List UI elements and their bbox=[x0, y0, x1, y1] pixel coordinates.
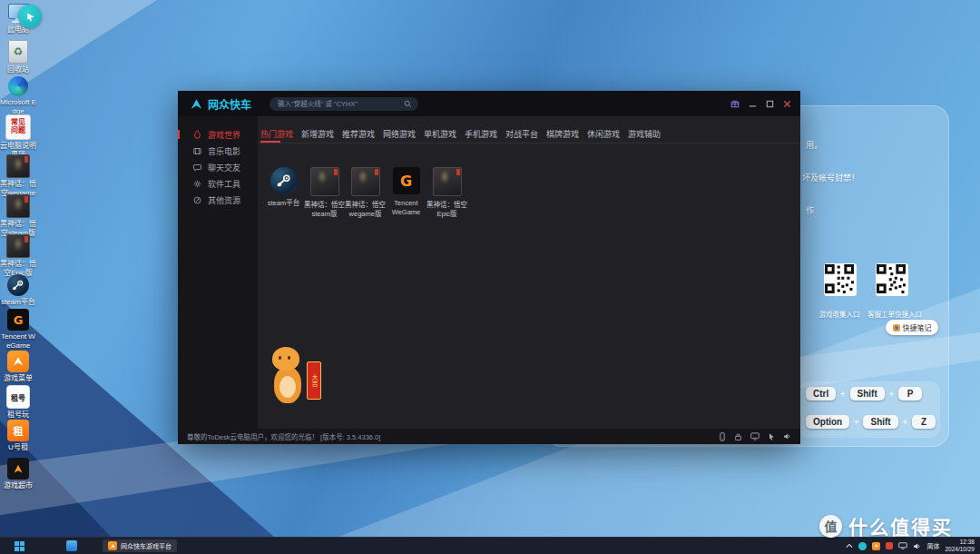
wegame-icon: G bbox=[7, 309, 29, 331]
window-controls bbox=[730, 99, 791, 108]
keycap: P bbox=[898, 387, 922, 401]
game-grid: steam平台 黑神话：悟空 steam版 黑神话：悟空 wegame版 G T… bbox=[263, 167, 467, 219]
sidebar-item-game-world[interactable]: 游戏世界 bbox=[178, 126, 258, 143]
tab-battle-platform[interactable]: 对战平台 bbox=[505, 128, 546, 140]
game-item-wukong-epic[interactable]: 黑神话：悟空 Epic版 bbox=[426, 167, 467, 219]
app-sidebar: 游戏世界 音乐电影 聊天交友 软件工具 其他资源 bbox=[178, 116, 258, 429]
tab-casual-games[interactable]: 休闲游戏 bbox=[587, 128, 628, 140]
statusbar-text: 尊敬的ToDesk云电脑用户，欢迎您的光临！ [版本号: 3.5.4336.0] bbox=[187, 431, 380, 441]
speaker-icon[interactable] bbox=[783, 432, 791, 440]
clock-date: 2024/10/29 bbox=[945, 546, 975, 553]
tab-online-games[interactable]: 网络游戏 bbox=[383, 128, 424, 140]
close-icon[interactable] bbox=[783, 100, 791, 108]
search-icon[interactable] bbox=[404, 100, 412, 108]
wangzhong-logo-icon bbox=[108, 541, 117, 550]
tab-game-assist[interactable]: 游戏辅助 bbox=[628, 128, 669, 140]
start-button[interactable] bbox=[15, 541, 24, 551]
desktop-icon-wegame[interactable]: G Tencent WeGame bbox=[0, 309, 36, 350]
steam-icon bbox=[7, 274, 29, 296]
shortcut-row-2: Option + Shift + Z bbox=[806, 415, 936, 429]
volume-icon[interactable] bbox=[913, 542, 921, 550]
keycap: Ctrl bbox=[806, 387, 836, 401]
black-myth-wukong-icon bbox=[310, 167, 339, 196]
black-myth-wukong-icon bbox=[6, 194, 30, 218]
flame-icon bbox=[193, 130, 201, 139]
desktop-icon-cloud-notice[interactable]: 常见 问题 云电脑说明事项 bbox=[0, 114, 36, 159]
game-item-wukong-steam[interactable]: 黑神话：悟空 steam版 bbox=[304, 167, 345, 219]
keycap: Shift bbox=[863, 415, 897, 429]
game-item-steam[interactable]: steam平台 bbox=[263, 167, 304, 219]
tab-new-games[interactable]: 新增游戏 bbox=[301, 128, 342, 140]
app-titlebar: 网众快车 bbox=[178, 91, 800, 116]
todesk-tray-icon[interactable] bbox=[858, 542, 867, 550]
game-item-wegame[interactable]: G Tencent WeGame bbox=[386, 167, 426, 219]
tab-hot-games[interactable]: 热门游戏 bbox=[260, 128, 301, 140]
wangzhong-tray-icon[interactable] bbox=[872, 542, 880, 550]
system-tray: 简体 12:38 2024/10/29 bbox=[846, 539, 980, 553]
phone-icon[interactable] bbox=[719, 432, 726, 441]
search-box[interactable] bbox=[270, 97, 418, 111]
search-input[interactable] bbox=[276, 99, 404, 109]
cursor-icon[interactable] bbox=[768, 432, 775, 441]
maximize-icon[interactable] bbox=[766, 100, 774, 108]
taskbar-clock[interactable]: 12:38 2024/10/29 bbox=[945, 539, 975, 553]
black-myth-wukong-icon bbox=[6, 234, 30, 258]
tab-board-games[interactable]: 棋牌游戏 bbox=[546, 128, 587, 140]
wangzhong-logo-icon bbox=[190, 97, 203, 111]
sidebar-item-music-movie[interactable]: 音乐电影 bbox=[178, 143, 258, 159]
smzdm-watermark: 值 什么值得买 bbox=[819, 512, 953, 539]
tab-recommended[interactable]: 推荐游戏 bbox=[342, 128, 383, 140]
desktop-icon-zuhaowan[interactable]: 租号 租号玩 bbox=[0, 385, 36, 420]
faq-note-icon: 常见 问题 bbox=[5, 114, 31, 140]
todesk-floating-ball[interactable] bbox=[18, 5, 42, 28]
gift-icon[interactable] bbox=[730, 99, 740, 108]
keycap: Option bbox=[806, 415, 849, 429]
desktop-icon-edge[interactable]: Microsoft Edge bbox=[0, 76, 36, 115]
sidebar-item-software-tools[interactable]: 软件工具 bbox=[178, 175, 258, 192]
panel-text-fragment: 作 bbox=[806, 204, 814, 216]
monitor-icon[interactable] bbox=[750, 432, 760, 440]
qr-label-ticket: 客服工单快捷入口 bbox=[862, 309, 927, 319]
panel-text-fragment: 用。 bbox=[806, 139, 822, 151]
red-tray-icon[interactable] bbox=[886, 542, 893, 549]
desktop-icon-wukong-steam[interactable]: 黑神话：悟空steam版 bbox=[0, 194, 36, 237]
quick-note-button[interactable]: 快捷笔记 bbox=[886, 320, 938, 335]
statusbar-icons bbox=[719, 432, 791, 441]
tab-mobile-games[interactable]: 手机游戏 bbox=[465, 128, 505, 140]
compass-icon bbox=[193, 196, 201, 204]
lock-icon[interactable] bbox=[734, 432, 742, 441]
game-market-icon bbox=[7, 458, 29, 480]
steam-icon bbox=[270, 167, 298, 194]
smzdm-badge-icon: 值 bbox=[819, 515, 842, 538]
minimize-icon[interactable] bbox=[749, 100, 757, 108]
tab-single-player[interactable]: 单机游戏 bbox=[424, 128, 465, 140]
wegame-icon: G bbox=[393, 167, 420, 194]
wangzhong-logo-icon bbox=[7, 351, 29, 372]
tray-expand-icon[interactable] bbox=[846, 543, 853, 549]
sidebar-item-other-resources[interactable]: 其他资源 bbox=[178, 192, 258, 208]
black-myth-wukong-icon bbox=[433, 167, 462, 196]
desktop: 此电脑 ♻ 回收站 Microsoft Edge 常见 问题 云电脑说明事项 黑… bbox=[0, 0, 980, 554]
category-tabbar: 热门游戏 新增游戏 推荐游戏 网络游戏 单机游戏 手机游戏 对战平台 棋牌游戏 … bbox=[258, 124, 800, 143]
desktop-icon-steam[interactable]: steam平台 bbox=[0, 274, 36, 307]
keycap: Z bbox=[912, 415, 936, 429]
taskbar-blue-app-icon[interactable] bbox=[66, 540, 77, 551]
desktop-icon-game-market[interactable]: 游戏超市 bbox=[0, 458, 36, 490]
game-item-wukong-wegame[interactable]: 黑神话：悟空 wegame版 bbox=[345, 167, 386, 219]
taskbar-item-wangzhong[interactable]: 网众快车游戏平台 bbox=[103, 539, 177, 552]
edge-icon bbox=[8, 76, 28, 96]
recycle-bin-icon: ♻ bbox=[8, 40, 28, 64]
desktop-icon-wukong-epic[interactable]: 黑神话：悟空Epic版 bbox=[0, 234, 36, 277]
sidebar-item-chat[interactable]: 聊天交友 bbox=[178, 159, 258, 175]
desktop-icon-game-menu[interactable]: 游戏菜单 bbox=[0, 351, 36, 383]
wangzhong-app-window: 网众快车 游戏世界 音乐电影 bbox=[178, 91, 800, 444]
app-title: 网众快车 bbox=[208, 96, 251, 112]
app-statusbar: 尊敬的ToDesk云电脑用户，欢迎您的光临！ [版本号: 3.5.4336.0] bbox=[178, 429, 800, 444]
input-method-indicator[interactable]: 简体 bbox=[926, 541, 939, 550]
keycap: Shift bbox=[850, 387, 885, 401]
network-icon[interactable] bbox=[898, 542, 907, 549]
desktop-icon-recycle-bin[interactable]: ♻ 回收站 bbox=[0, 40, 36, 74]
desktop-icon-uhaozu[interactable]: 租 U号租 bbox=[0, 420, 36, 452]
uhaozu-icon: 租 bbox=[7, 420, 29, 441]
quick-note-icon bbox=[893, 324, 900, 331]
